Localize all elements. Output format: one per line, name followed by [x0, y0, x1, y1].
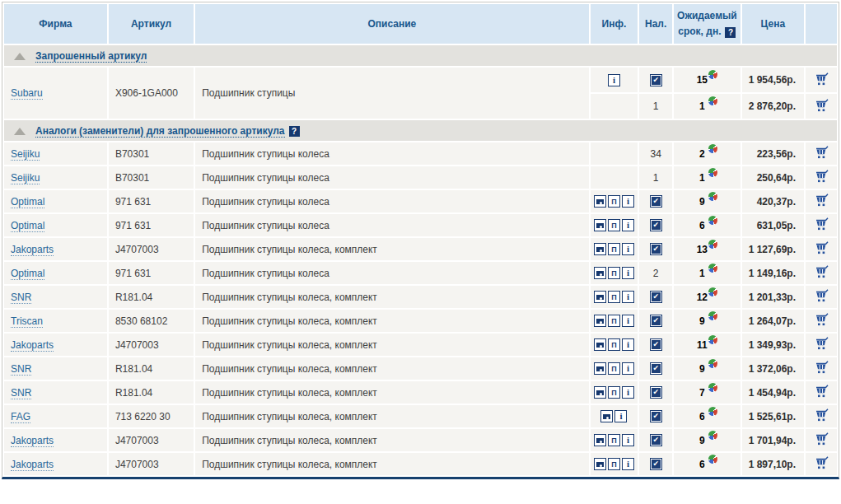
brand-link[interactable]: SNR	[11, 292, 31, 304]
photo-icon[interactable]	[594, 195, 606, 208]
photo-icon[interactable]	[594, 219, 606, 231]
brand-link[interactable]: SNR	[11, 387, 31, 399]
photo-icon[interactable]	[594, 243, 606, 255]
brand-link[interactable]: Triscan	[11, 315, 43, 328]
info-icon[interactable]	[622, 195, 634, 208]
photo-icon[interactable]	[594, 315, 606, 327]
add-to-cart-button[interactable]	[814, 432, 829, 446]
brand-link[interactable]: Jakoparts	[11, 459, 54, 471]
add-to-cart-button[interactable]	[814, 241, 829, 254]
applicability-icon[interactable]	[608, 267, 620, 279]
availability-checkbox[interactable]	[650, 195, 662, 208]
brand-link[interactable]: SNR	[11, 363, 31, 376]
brand-link[interactable]: Jakoparts	[11, 339, 54, 352]
add-to-cart-button[interactable]	[814, 456, 829, 469]
add-to-cart-button[interactable]	[814, 313, 829, 326]
add-to-cart-button[interactable]	[814, 99, 829, 112]
info-icon[interactable]	[622, 458, 634, 470]
applicability-icon[interactable]	[608, 315, 620, 327]
info-icon[interactable]	[622, 315, 634, 327]
info-icon[interactable]	[608, 74, 620, 86]
applicability-icon[interactable]	[608, 458, 620, 470]
brand-link[interactable]: Seijiku	[11, 148, 40, 161]
delivery-stats-pie-icon[interactable]	[708, 240, 717, 249]
availability-checkbox[interactable]	[650, 458, 662, 470]
photo-icon[interactable]	[594, 458, 606, 470]
availability-checkbox[interactable]	[650, 243, 662, 255]
availability-checkbox[interactable]	[650, 315, 662, 327]
delivery-stats-pie-icon[interactable]	[708, 359, 717, 368]
brand-link[interactable]: Subaru	[11, 87, 43, 100]
delivery-stats-pie-icon[interactable]	[708, 70, 717, 79]
add-to-cart-button[interactable]	[814, 337, 829, 350]
section-title-link[interactable]: Запрошенный артикул	[35, 50, 147, 63]
brand-link[interactable]: Optimal	[11, 220, 44, 232]
info-icon[interactable]	[622, 434, 634, 446]
delivery-stats-pie-icon[interactable]	[708, 383, 717, 392]
delivery-stats-pie-icon[interactable]	[708, 335, 717, 344]
info-icon[interactable]	[622, 267, 634, 279]
photo-icon[interactable]	[594, 291, 606, 303]
info-icon[interactable]	[622, 362, 634, 375]
help-icon[interactable]	[289, 126, 300, 137]
availability-checkbox[interactable]	[650, 410, 662, 422]
collapse-icon[interactable]	[14, 128, 26, 135]
add-to-cart-button[interactable]	[814, 361, 829, 374]
add-to-cart-button[interactable]	[814, 408, 829, 422]
delivery-stats-pie-icon[interactable]	[708, 407, 717, 416]
add-to-cart-button[interactable]	[814, 170, 829, 183]
availability-checkbox[interactable]	[650, 362, 662, 375]
applicability-icon[interactable]	[608, 434, 620, 446]
delivery-stats-pie-icon[interactable]	[708, 455, 717, 464]
brand-link[interactable]: Jakoparts	[11, 244, 54, 256]
availability-checkbox[interactable]	[650, 219, 662, 231]
delivery-stats-pie-icon[interactable]	[708, 96, 717, 105]
add-to-cart-button[interactable]	[814, 194, 829, 207]
applicability-icon[interactable]	[608, 219, 620, 231]
delivery-stats-pie-icon[interactable]	[708, 311, 717, 320]
add-to-cart-button[interactable]	[814, 146, 829, 159]
applicability-icon[interactable]	[608, 338, 620, 351]
photo-icon[interactable]	[594, 267, 606, 279]
info-icon[interactable]	[622, 338, 634, 351]
info-icon[interactable]	[622, 243, 634, 255]
photo-icon[interactable]	[594, 434, 606, 446]
add-to-cart-button[interactable]	[814, 265, 829, 278]
delivery-stats-pie-icon[interactable]	[708, 431, 717, 440]
availability-checkbox[interactable]	[650, 291, 662, 303]
applicability-icon[interactable]	[608, 195, 620, 208]
info-icon[interactable]	[622, 291, 634, 303]
availability-checkbox[interactable]	[650, 386, 662, 399]
brand-link[interactable]: Optimal	[11, 268, 44, 280]
brand-link[interactable]: Jakoparts	[11, 435, 54, 447]
photo-icon[interactable]	[594, 362, 606, 375]
info-icon[interactable]	[622, 386, 634, 399]
applicability-icon[interactable]	[608, 291, 620, 303]
add-to-cart-button[interactable]	[814, 385, 829, 398]
section-title-link[interactable]: Аналоги (заменители) для запрошенного ар…	[35, 125, 285, 138]
applicability-icon[interactable]	[608, 386, 620, 399]
add-to-cart-button[interactable]	[814, 289, 829, 302]
info-icon[interactable]	[622, 219, 634, 231]
delivery-stats-pie-icon[interactable]	[708, 192, 717, 201]
brand-link[interactable]: Optimal	[11, 196, 44, 208]
availability-checkbox[interactable]	[650, 338, 662, 351]
applicability-icon[interactable]	[608, 243, 620, 255]
delivery-stats-pie-icon[interactable]	[708, 144, 717, 153]
photo-icon[interactable]	[594, 338, 606, 351]
brand-link[interactable]: Seijiku	[11, 172, 40, 184]
help-icon[interactable]	[725, 27, 736, 38]
collapse-icon[interactable]	[14, 53, 26, 60]
info-icon[interactable]	[614, 410, 627, 422]
delivery-stats-pie-icon[interactable]	[708, 287, 717, 296]
photo-icon[interactable]	[600, 410, 613, 422]
delivery-stats-pie-icon[interactable]	[708, 168, 717, 177]
delivery-stats-pie-icon[interactable]	[708, 264, 717, 273]
photo-icon[interactable]	[594, 386, 606, 399]
add-to-cart-button[interactable]	[814, 72, 829, 86]
applicability-icon[interactable]	[608, 362, 620, 375]
brand-link[interactable]: FAG	[11, 411, 30, 423]
availability-checkbox[interactable]	[650, 434, 662, 446]
delivery-stats-pie-icon[interactable]	[708, 216, 717, 225]
availability-checkbox[interactable]	[650, 74, 662, 86]
